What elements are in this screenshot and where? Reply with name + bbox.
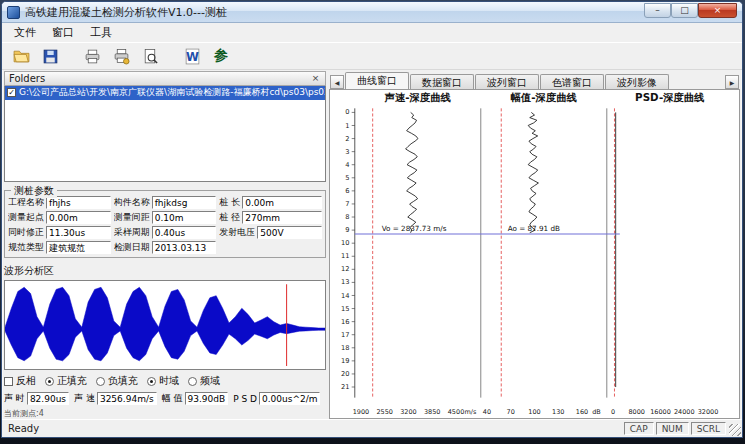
title-bar[interactable]: 高铁建用混凝土检测分析软件V1.0---测桩 – □ × — [2, 2, 742, 23]
readout-value[interactable]: 0.00us^2/m — [259, 392, 321, 405]
close-button[interactable]: × — [698, 3, 737, 18]
x-tick-label: 3200 — [400, 408, 417, 416]
depth-tick-label: 5 — [345, 174, 349, 182]
fill-negative-radio[interactable] — [96, 377, 105, 386]
fill-positive-radio[interactable] — [45, 377, 54, 386]
folder-list-item[interactable]: ✓G:\公司产品总站\开发\南京广联仪器\湖南试验检测路-福廉桥村cd\ps03… — [5, 86, 325, 100]
tab[interactable]: 波列窗口 — [475, 74, 539, 89]
resize-grip[interactable] — [729, 424, 741, 436]
freq-domain-radio[interactable] — [188, 377, 197, 386]
status-bar: Ready CAPNUMSCRL — [2, 419, 742, 437]
panel-title: 幅值-深度曲线 — [510, 91, 578, 103]
tab-scroll-right[interactable]: ▶ — [725, 75, 739, 89]
invert-checkbox[interactable] — [4, 377, 13, 386]
right-panel: ◀ 曲线窗口数据窗口波列窗口色谱窗口波列影像▶ 0123456789101112… — [329, 71, 740, 419]
minimize-button[interactable]: – — [644, 3, 671, 18]
curve-annotation: Vo = 2837.73 m/s — [382, 224, 447, 233]
folders-list[interactable]: ✓G:\公司产品总站\开发\南京广联仪器\湖南试验检测路-福廉桥村cd\ps03… — [4, 86, 326, 182]
toolbar: W 参 — [2, 42, 742, 70]
readout-value[interactable]: 3256.94m/s — [97, 392, 157, 405]
invert-control[interactable]: 反相 — [4, 374, 36, 388]
readout-label: P S D — [233, 394, 257, 404]
status-flag: CAP — [624, 422, 654, 435]
readout: 声 时82.90us — [4, 392, 69, 405]
print-preview-button[interactable] — [139, 45, 161, 67]
readout-value[interactable]: 82.90us — [27, 392, 69, 405]
readout: 声 速3256.94m/s — [74, 392, 157, 405]
print-button[interactable] — [81, 45, 103, 67]
x-tick-label: 4500 — [448, 408, 465, 416]
x-tick-label: 70 — [507, 408, 515, 416]
pile-params-group: 测桩参数 工程名称fhjhs构件名称fhjkdsg桩 长0.00m测量起点0.0… — [4, 190, 326, 258]
folders-close-icon[interactable]: × — [310, 73, 321, 83]
cursor-hint: 当前测点:4 — [4, 408, 326, 419]
panel-title: 声速-深度曲线 — [384, 91, 452, 103]
print-icon — [84, 48, 101, 65]
chart-svg: 0123456789101112131415161718192021声速-深度曲… — [330, 90, 739, 418]
depth-tick-label: 10 — [341, 239, 350, 247]
param-field: 测量间距0.10m — [114, 211, 217, 224]
depth-tick-label: 7 — [345, 200, 349, 208]
param-field: 构件名称fhjkdsg — [114, 196, 217, 209]
freq-domain-control[interactable]: 频域 — [188, 374, 220, 388]
param-value[interactable]: 2013.03.13 — [152, 241, 217, 254]
tab-strip: ◀ 曲线窗口数据窗口波列窗口色谱窗口波列影像▶ — [329, 71, 740, 89]
print-setup-button[interactable] — [110, 45, 132, 67]
time-domain-control[interactable]: 时域 — [147, 374, 179, 388]
open-folder-button[interactable] — [10, 45, 32, 67]
print-preview-icon — [142, 48, 159, 65]
maximize-button[interactable]: □ — [671, 3, 698, 18]
menu-item[interactable]: 文件 — [6, 24, 44, 41]
curves-chart-area[interactable]: 0123456789101112131415161718192021声速-深度曲… — [329, 89, 740, 419]
folders-pane-header[interactable]: Folders × — [4, 71, 326, 86]
depth-tick-label: 14 — [341, 292, 350, 300]
tab[interactable]: 色谱窗口 — [540, 74, 604, 89]
item-checkbox[interactable]: ✓ — [7, 88, 16, 97]
tab[interactable]: 曲线窗口 — [345, 72, 409, 89]
x-tick-label: 16000 — [650, 408, 671, 416]
menu-item[interactable]: 工具 — [82, 24, 120, 41]
readout-label: 幅 值 — [162, 392, 183, 405]
readout-value[interactable]: 93.90dB — [185, 392, 229, 405]
x-tick-label: 32000 — [698, 408, 719, 416]
x-tick-label: 1900 — [353, 408, 370, 416]
depth-tick-label: 2 — [345, 135, 349, 143]
invert-label: 反相 — [16, 374, 36, 388]
tab[interactable]: 波列影像 — [605, 74, 669, 89]
tab-scroll-left[interactable]: ◀ — [330, 75, 344, 89]
x-tick-label: 8000 — [628, 408, 645, 416]
param-label: 桩 径 — [219, 211, 240, 224]
param-value[interactable]: 11.30us — [46, 226, 111, 239]
fill-negative-control[interactable]: 负填充 — [96, 374, 138, 388]
main-area: Folders × ✓G:\公司产品总站\开发\南京广联仪器\湖南试验检测路-福… — [4, 71, 740, 419]
param-value[interactable]: 0.40us — [152, 226, 217, 239]
param-label: 测量间距 — [114, 211, 150, 224]
param-field: 发射电压500V — [219, 226, 322, 239]
readout-label: 声 时 — [4, 392, 25, 405]
tab[interactable]: 数据窗口 — [410, 74, 474, 89]
waveform-trace — [5, 287, 325, 361]
depth-tick-label: 15 — [341, 305, 350, 313]
fill-negative-label: 负填充 — [108, 374, 138, 388]
status-flag: NUM — [656, 422, 689, 435]
param-value[interactable]: 0.10m — [152, 211, 217, 224]
depth-tick-label: 18 — [341, 344, 350, 352]
desktop: 高铁建用混凝土检测分析软件V1.0---测桩 – □ × 文件窗口工具 — [0, 0, 745, 444]
param-value[interactable]: 270mm — [242, 211, 322, 224]
fill-positive-control[interactable]: 正填充 — [45, 374, 87, 388]
waveform-box[interactable] — [4, 280, 326, 370]
param-value[interactable]: 建筑规范 — [46, 241, 111, 254]
param-value[interactable]: 500V — [257, 226, 322, 239]
word-export-button[interactable]: W — [181, 45, 203, 67]
menu-item[interactable]: 窗口 — [44, 24, 82, 41]
depth-tick-label: 4 — [345, 161, 349, 169]
param-value[interactable]: fhjkdsg — [152, 196, 217, 209]
parameter-button[interactable]: 参 — [210, 45, 232, 67]
folders-title: Folders — [9, 73, 45, 84]
param-label: 同时修正 — [8, 226, 44, 239]
depth-tick-label: 0 — [345, 108, 349, 116]
save-button[interactable] — [39, 45, 61, 67]
param-value[interactable]: 0.00m — [46, 211, 111, 224]
param-value[interactable]: 0.00m — [242, 196, 322, 209]
time-domain-radio[interactable] — [147, 377, 156, 386]
